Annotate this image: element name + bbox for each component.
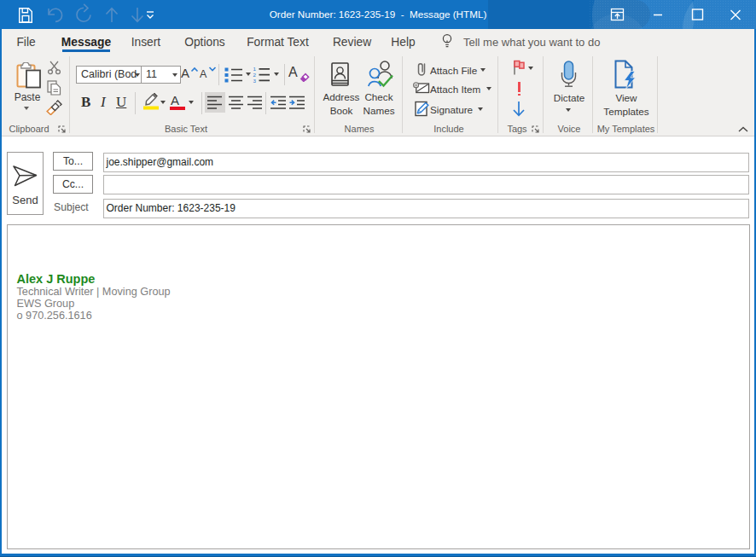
svg-text:3: 3 bbox=[253, 78, 256, 84]
svg-text:2: 2 bbox=[253, 72, 256, 78]
svg-text:1: 1 bbox=[253, 66, 256, 72]
